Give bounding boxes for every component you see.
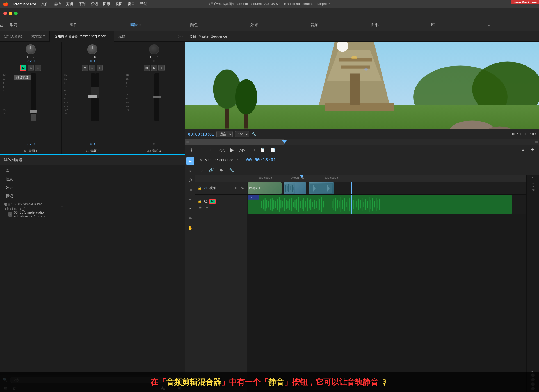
timeline-menu-icon[interactable]: ≡ bbox=[237, 158, 238, 162]
menu-edit[interactable]: 编辑 bbox=[54, 1, 61, 6]
add-button[interactable]: + bbox=[529, 146, 536, 153]
transport-more-button[interactable]: » bbox=[519, 146, 527, 153]
menu-view[interactable]: 视图 bbox=[115, 1, 123, 6]
select-tool[interactable]: ▶ bbox=[186, 157, 194, 165]
nav-item-audio[interactable]: 音频 bbox=[304, 19, 364, 31]
menu-help[interactable]: 帮助 bbox=[140, 1, 147, 6]
nav-more-button[interactable]: » bbox=[485, 19, 539, 31]
svg-rect-56 bbox=[300, 201, 301, 208]
channel-a3-solo[interactable]: S bbox=[151, 65, 157, 71]
add-marker-tool[interactable]: ◆ bbox=[217, 166, 225, 174]
menu-clip[interactable]: 剪辑 bbox=[66, 1, 73, 6]
tab-audio-mixer[interactable]: 音频剪辑混合器: Master Sequence ≡ bbox=[50, 31, 114, 42]
channel-a2-mute[interactable]: M bbox=[82, 65, 88, 71]
channel-a2-record[interactable]: ○ bbox=[97, 65, 103, 71]
project-menu-icon[interactable]: ≡ bbox=[61, 205, 63, 208]
sidebar-item-markers[interactable]: 标记 bbox=[0, 192, 67, 200]
rate-stretch-tool[interactable]: ↔ bbox=[186, 195, 194, 203]
channel-a1-mute[interactable]: M bbox=[20, 65, 26, 71]
nav-item-color[interactable]: 颜色 bbox=[184, 19, 244, 31]
tab-source[interactable]: 源: (无剪辑) bbox=[0, 31, 27, 42]
channel-a3-fader[interactable] bbox=[153, 96, 161, 98]
maximize-button[interactable] bbox=[14, 12, 18, 15]
timeline-close-button[interactable]: ✕ bbox=[199, 158, 202, 162]
macz-badge: www.MacZ.com bbox=[511, 0, 539, 4]
nav-item-graphics[interactable]: 图形 bbox=[365, 19, 425, 31]
tab-more-button[interactable]: >> bbox=[178, 34, 183, 39]
nav-item-edit[interactable]: 编辑 ≡ bbox=[124, 19, 184, 31]
preview-duration: 00:01:05:03 bbox=[512, 132, 536, 136]
track-a1-mute[interactable]: M bbox=[209, 199, 216, 204]
rolling-edit-tool[interactable]: ⊞ bbox=[186, 186, 194, 194]
track-sync-v1[interactable]: ⊞ bbox=[234, 186, 239, 191]
channel-a1-record[interactable]: ○ bbox=[35, 65, 41, 71]
nav-item-assembly[interactable]: 组件 bbox=[63, 19, 124, 31]
track-select-tool[interactable]: ↕ bbox=[186, 167, 194, 175]
video-clip-1[interactable]: People s... bbox=[248, 182, 282, 194]
tab-metadata[interactable]: 元数 bbox=[114, 31, 130, 42]
preview-scale-select[interactable]: 1/2 bbox=[235, 131, 249, 137]
video-clip-3[interactable] bbox=[309, 182, 334, 194]
track-visible-v1[interactable]: 👁 bbox=[240, 186, 245, 191]
track-sync-a1[interactable]: ⊞ bbox=[198, 205, 203, 210]
preview-fit-select[interactable]: 适合 bbox=[216, 131, 233, 137]
close-button[interactable] bbox=[3, 12, 7, 15]
project-file[interactable]: ▪ 03_05 Simple audio adjustments_1.prpro… bbox=[0, 210, 67, 218]
nav-item-library[interactable]: 库 bbox=[425, 19, 485, 31]
preview-timecode: 00:00:18:01 bbox=[188, 132, 214, 136]
play-button[interactable]: ▶ bbox=[229, 146, 236, 153]
go-to-in-button[interactable]: ⟵ bbox=[208, 146, 216, 153]
channel-a2-fader[interactable] bbox=[88, 95, 97, 98]
hand-tool[interactable]: ✋ bbox=[186, 224, 194, 232]
menu-file[interactable]: 文件 bbox=[41, 1, 49, 6]
menu-window[interactable]: 窗口 bbox=[128, 1, 135, 6]
link-tool[interactable]: 🔗 bbox=[207, 166, 215, 174]
channel-a1-solo[interactable]: S bbox=[28, 65, 34, 71]
ripple-edit-tool[interactable]: ⬡ bbox=[186, 176, 194, 184]
scrubber-bar[interactable] bbox=[185, 139, 539, 145]
tab-effects-control[interactable]: 效果控件 bbox=[27, 31, 50, 42]
media-browser-body: 库 信息 效果 标记 项目: 03_05 Simple audio adjust… bbox=[0, 165, 185, 375]
nav-item-effects[interactable]: 效果 bbox=[244, 19, 304, 31]
go-to-out-button[interactable]: ⟶ bbox=[249, 146, 256, 153]
overwrite-button[interactable]: 📄 bbox=[269, 146, 276, 153]
channel-a1-fader[interactable] bbox=[30, 110, 37, 113]
timeline-ruler[interactable]: 00:00:09:23 00:00:14:23 00:00:19:23 bbox=[247, 175, 526, 182]
svg-rect-25 bbox=[290, 186, 291, 190]
channel-a2-solo[interactable]: S bbox=[89, 65, 95, 71]
mark-in-button[interactable]: { bbox=[188, 146, 195, 153]
step-back-button[interactable]: ◁◁ bbox=[218, 146, 226, 153]
menu-mark[interactable]: 标记 bbox=[91, 1, 98, 6]
menu-sequence[interactable]: 序列 bbox=[78, 1, 86, 6]
nav-item-learn[interactable]: 学习 bbox=[3, 19, 63, 31]
channel-a3-mute[interactable]: M bbox=[144, 65, 150, 71]
razor-tool[interactable]: ✂ bbox=[186, 205, 194, 213]
step-forward-button[interactable]: ▷▷ bbox=[239, 146, 246, 153]
audio-clip-a1[interactable]: fx bbox=[248, 195, 512, 214]
home-button[interactable]: ⌂ bbox=[0, 19, 3, 31]
channel-a3-knob[interactable] bbox=[149, 44, 159, 54]
insert-clip-tool[interactable]: 🔧 bbox=[227, 166, 235, 174]
video-clip-2[interactable] bbox=[284, 182, 306, 194]
svg-rect-68 bbox=[321, 197, 322, 212]
snap-tool[interactable]: ⊕ bbox=[197, 166, 205, 174]
channel-a2-knob[interactable] bbox=[87, 44, 97, 54]
lock-icon-a1[interactable]: 🔒 bbox=[198, 200, 202, 203]
preview-menu-icon[interactable]: ≡ bbox=[230, 34, 233, 38]
channel-a3-name: 音频 3 bbox=[152, 149, 161, 153]
channel-a3-record[interactable]: ○ bbox=[158, 65, 165, 71]
menu-graphics[interactable]: 图形 bbox=[103, 1, 110, 6]
track-mic-a1[interactable]: 🎙 bbox=[204, 205, 209, 210]
slip-tool[interactable]: ✏ bbox=[186, 214, 194, 222]
lock-icon-v1[interactable]: 🔒 bbox=[198, 186, 202, 190]
mark-out-button[interactable]: } bbox=[198, 146, 205, 153]
sidebar-item-info[interactable]: 信息 bbox=[0, 175, 67, 184]
channel-a1-knob[interactable] bbox=[26, 44, 36, 54]
preview-wrench-icon[interactable]: 🔧 bbox=[252, 132, 256, 136]
svg-rect-79 bbox=[348, 199, 348, 210]
transport-more: » + bbox=[519, 146, 536, 153]
sidebar-item-effects[interactable]: 效果 bbox=[0, 184, 67, 192]
minimize-button[interactable] bbox=[9, 12, 12, 15]
insert-button[interactable]: 📋 bbox=[259, 146, 266, 153]
sidebar-item-library[interactable]: 库 bbox=[0, 167, 67, 175]
